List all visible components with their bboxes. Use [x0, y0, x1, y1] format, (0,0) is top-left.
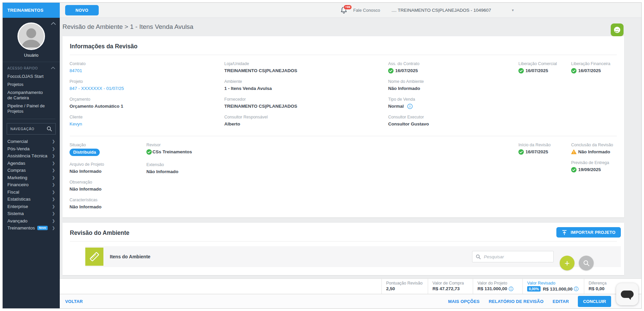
info-circle-icon[interactable]	[509, 287, 513, 291]
chevron-right-icon: ❯	[52, 139, 55, 144]
novo-badge: Novo	[37, 226, 48, 230]
totals-bar: Pontuação Revisão 2,50 Valor de Compra R…	[60, 278, 641, 294]
field-inicio-revisao: Início da Revisão16/07/2025	[518, 142, 571, 155]
chevron-right-icon: ❯	[52, 154, 55, 158]
sidebar-item-assistencia-tecnica[interactable]: Assistência Técnica❯	[3, 152, 60, 160]
sidebar-item-treinamentos[interactable]: TreinamentosNovo❯	[3, 224, 60, 232]
info-circle-icon[interactable]	[574, 287, 579, 291]
sidebar-item-acompanhamento-carteira[interactable]: Acompanhamento de Carteira	[3, 89, 53, 102]
info-circle-icon[interactable]	[407, 104, 413, 109]
field-fornecedor: FornecedorTREINAMENTO CS|PLANEJADOS	[224, 97, 388, 109]
sidebar-item-pos-venda[interactable]: Pós-Venda❯	[3, 145, 60, 153]
importar-projeto-button[interactable]: IMPORTAR PROJETO	[556, 227, 621, 238]
divider	[70, 241, 617, 242]
info-fields-grid: Contrato84701 Projeto847 - XXXXXXX - 01/…	[62, 55, 624, 129]
notifications-bell-icon[interactable]: +99	[340, 6, 348, 14]
sidebar-item-agendas[interactable]: Agendas❯	[3, 160, 60, 167]
check-circle-icon	[146, 149, 152, 155]
chevron-right-icon: ❯	[52, 183, 55, 187]
user-block: Usuário	[3, 18, 60, 62]
relatorio-revisao-button[interactable]: RELATÓRIO DE REVISÃO	[489, 299, 543, 304]
chevron-right-icon: ❯	[52, 226, 55, 230]
field-extensao: ExtensãoNão Informado	[146, 162, 518, 175]
revision-card-title: Revisão do Ambiente	[62, 223, 624, 241]
context-selector[interactable]: .... TREINAMENTO CS|PLANEJADOS - 1049607	[392, 8, 491, 13]
sidebar-item-projetos[interactable]: Projetos	[3, 81, 60, 89]
sidebar-item-foccolojas-start[interactable]: FoccoLOJAS Start	[3, 72, 60, 81]
valor-compra-cell: Valor de Compra R$ 47.272,73	[428, 279, 473, 294]
main-area: NOVO +99 Fale Conosco .... TREINAMENTO C…	[60, 3, 641, 308]
chat-bubble-icon	[621, 291, 634, 298]
topbar-right: +99 Fale Conosco .... TREINAMENTO CS|PLA…	[340, 3, 514, 18]
itens-ambiente-title: Itens do Ambiente	[110, 254, 150, 259]
projeto-link[interactable]: 847 - XXXXXXX - 01/07/25	[70, 85, 224, 92]
search-icon	[476, 254, 481, 259]
avatar[interactable]	[17, 22, 45, 50]
sidebar-item-enterprise[interactable]: Enterprise❯	[3, 203, 60, 210]
search-items-button[interactable]	[579, 256, 594, 270]
itens-ambiente-row[interactable]: Itens do Ambiente +	[85, 246, 621, 267]
check-circle-icon	[571, 167, 577, 172]
topbar: NOVO +99 Fale Conosco .... TREINAMENTO C…	[60, 3, 641, 18]
field-contrato: Contrato84701	[70, 61, 224, 74]
sidebar-item-pipeline-painel[interactable]: Pipeline / Painel de Projetos	[3, 102, 53, 115]
editar-button[interactable]: EDITAR	[553, 299, 569, 304]
field-arquivo-projeto: Arquivo de ProjetoNão Informado	[70, 162, 146, 174]
breadcrumb: Revisão de Ambiente > 1 - Itens Venda Av…	[62, 23, 624, 31]
chevron-up-icon[interactable]	[51, 66, 56, 70]
search-icon[interactable]	[47, 126, 52, 132]
revision-card: Revisão do Ambiente IMPORTAR PROJETO Ite…	[62, 223, 624, 275]
voltar-button[interactable]: VOLTAR	[65, 299, 83, 304]
revision-status-grid: SituaçãoDistribuída Arquivo de ProjetoNã…	[62, 136, 624, 217]
action-bar: VOLTAR MAIS OPÇÕES RELATÓRIO DE REVISÃO …	[60, 294, 641, 308]
quick-access-header[interactable]: ACESSO RÁPIDO	[3, 62, 60, 72]
sidebar-item-financeiro[interactable]: Financeiro❯	[3, 181, 60, 189]
ruler-icon	[85, 248, 103, 266]
collapse-sidebar-icon[interactable]	[51, 20, 56, 24]
chat-widget-button[interactable]	[616, 283, 638, 305]
status-badge: Distribuída	[70, 149, 100, 156]
concluir-button[interactable]: CONCLUIR	[578, 296, 611, 307]
field-liberacao-comercial: Liberação Comercial16/07/2025	[518, 61, 571, 74]
add-item-button[interactable]: +	[560, 256, 574, 270]
quick-access-title: ACESSO RÁPIDO	[7, 66, 38, 70]
app-window: TREINAMENTOS Usuário ACESSO RÁPIDO Focco…	[2, 2, 642, 309]
field-ambiente: Ambiente1 - Itens Venda Avulsa	[224, 79, 388, 92]
notifications-count-badge: +99	[343, 5, 352, 10]
sidebar-item-sistema[interactable]: Sistema❯	[3, 210, 60, 217]
sidebar-item-compras[interactable]: Compras❯	[3, 167, 60, 174]
page-content: Revisão de Ambiente > 1 - Itens Venda Av…	[60, 18, 641, 278]
sidebar: TREINAMENTOS Usuário ACESSO RÁPIDO Focco…	[3, 3, 60, 308]
check-circle-icon	[518, 68, 524, 73]
field-caracteristicas: CaracterísticasNão Informado	[70, 197, 146, 210]
brand-header: TREINAMENTOS	[3, 3, 60, 18]
fale-conosco-link[interactable]: Fale Conosco	[353, 8, 380, 13]
field-cliente: ClienteKevyn	[70, 114, 224, 127]
cliente-link[interactable]: Kevyn	[70, 121, 224, 127]
field-consultor-responsavel: Consultor ResponsávelAlberto	[224, 114, 388, 127]
chevron-right-icon: ❯	[52, 211, 55, 216]
sidebar-item-fiscal[interactable]: Fiscal❯	[3, 189, 60, 196]
sidebar-item-marketing[interactable]: Marketing❯	[3, 174, 60, 182]
sidebar-item-avancado[interactable]: Avançado❯	[3, 217, 60, 225]
novo-button[interactable]: NOVO	[65, 5, 99, 15]
field-observacao: ObservaçãoNão Informado	[70, 179, 146, 192]
info-card-title: Informações da Revisão	[62, 36, 624, 55]
field-orcamento: OrçamentoOrçamento Automático 1	[70, 97, 224, 109]
sidebar-item-estatisticas[interactable]: Estatísticas❯	[3, 196, 60, 203]
info-card: Informações da Revisão Contrato84701 Pro…	[62, 36, 624, 217]
itens-search-box[interactable]	[472, 251, 554, 262]
mais-opcoes-button[interactable]: MAIS OPÇÕES	[448, 299, 479, 304]
field-liberacao-financeira: Liberação Financeira16/07/2025	[571, 61, 617, 74]
search-icon	[583, 260, 590, 266]
divider	[7, 119, 55, 119]
field-projeto: Projeto847 - XXXXXXX - 01/07/25	[70, 79, 224, 92]
contrato-link[interactable]: 84701	[70, 67, 224, 74]
check-circle-icon	[388, 68, 394, 73]
itens-search-input[interactable]	[484, 254, 541, 259]
sidebar-nav-search[interactable]	[7, 123, 56, 135]
nav-search-input[interactable]	[10, 127, 47, 131]
chevron-down-icon[interactable]: ▾	[512, 8, 514, 12]
check-circle-icon	[518, 149, 524, 155]
sidebar-item-comercial[interactable]: Comercial❯	[3, 138, 60, 145]
